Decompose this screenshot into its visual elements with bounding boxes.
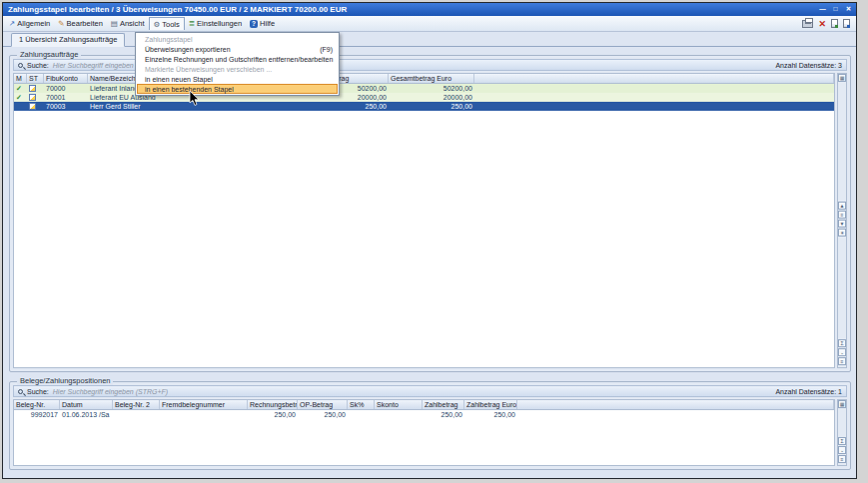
column-header-sk[interactable]: Sk%	[348, 400, 375, 409]
column-header-gesamtbetrag-euro[interactable]: Gesamtbetrag Euro	[389, 74, 474, 83]
help-icon: ?	[250, 20, 258, 28]
menu-einstellungen-label: Einstellungen	[197, 17, 242, 30]
column-header-zahlbetrag[interactable]: Zahlbetrag	[423, 400, 464, 409]
marked-check-icon	[14, 102, 27, 111]
gesamtbetrag-euro-cell: 50200,00	[389, 84, 474, 93]
gesamtbetrag-euro-cell: 250,00	[389, 102, 474, 111]
transfer-type-icon	[29, 94, 36, 101]
column-header-fibukonto[interactable]: FibuKonto	[44, 74, 88, 83]
search-row-icon[interactable]: ⌄	[838, 348, 846, 356]
delete-icon[interactable]: ✕	[818, 19, 826, 29]
menu-item-zahlungsstapel: Zahlungsstapel	[137, 34, 338, 44]
column-chooser-icon[interactable]: ▦	[838, 74, 846, 82]
fremdbelegnummer-cell	[160, 410, 248, 419]
orders-table: M ST FibuKonto Name/Bezeichnung Gesamtbe…	[13, 73, 835, 368]
options-icon[interactable]: ≡	[838, 357, 846, 365]
fibukonto-cell: 70003	[44, 102, 88, 111]
tools-icon: ⚙	[154, 18, 161, 31]
sk-cell	[348, 410, 375, 419]
positions-table-header: Beleg-Nr. Datum Beleg-Nr. 2 Fremdbelegnu…	[14, 400, 834, 410]
allgemein-icon: ↗	[9, 17, 15, 30]
scroll-thumb-icon[interactable]: ≡	[838, 211, 846, 219]
transfer-type-icon	[29, 85, 36, 92]
menu-tools-label: Tools	[162, 18, 180, 31]
column-header-op-betrag[interactable]: OP-Betrag	[298, 400, 348, 409]
tools-dropdown-menu: Zahlungsstapel Überweisungen exportieren…	[135, 32, 340, 96]
menu-allgemein[interactable]: ↗ Allgemein	[5, 17, 54, 30]
menu-hilfe-label: Hilfe	[260, 17, 275, 30]
scroll-down-icon[interactable]: ▼	[838, 220, 846, 228]
column-header-filler	[474, 74, 834, 83]
app-window: Zahlungsstapel bearbeiten / 3 Überweisun…	[2, 2, 857, 479]
shortcut-f9: (F9)	[312, 45, 333, 53]
position-row-1[interactable]: 9992017 01.06.2013 /Sa 250,00 250,00 250…	[14, 410, 834, 419]
positions-search-label: Suche:	[27, 388, 49, 395]
orders-group: Zahlungsaufträge Suche: Hier Suchbegriff…	[9, 55, 851, 372]
op-betrag-cell: 250,00	[298, 410, 348, 419]
view-icon: ▤	[111, 17, 118, 30]
menu-bearbeiten-label: Bearbeiten	[67, 17, 103, 30]
maximize-button[interactable]: □	[830, 4, 841, 14]
rechnungsbetrag-cell: 250,00	[248, 410, 298, 419]
export-document-icon[interactable]	[831, 19, 838, 28]
menu-ansicht-label: Ansicht	[120, 17, 145, 30]
gesamtbetrag-euro-cell: 20000,00	[389, 93, 474, 102]
search-icon	[18, 63, 23, 68]
menu-item-markierte-verschieben: Markierte Überweisungen verschieben ...	[137, 64, 338, 74]
menu-item-bestehender-stapel[interactable]: in einen bestehenden Stapel	[137, 84, 338, 94]
positions-table: Beleg-Nr. Datum Beleg-Nr. 2 Fremdbelegnu…	[13, 399, 835, 466]
filter-row-icon[interactable]: ∗	[838, 229, 846, 237]
menu-bearbeiten[interactable]: ✎ Bearbeiten	[54, 17, 107, 30]
window-title: Zahlungsstapel bearbeiten / 3 Überweisun…	[8, 5, 347, 14]
orders-search-label: Suche:	[27, 62, 49, 69]
scroll-up-icon[interactable]: ▲	[838, 202, 846, 210]
column-header-beleg-nr[interactable]: Beleg-Nr.	[14, 400, 60, 409]
edit-icon: ✎	[58, 17, 64, 30]
menu-tools[interactable]: ⚙ Tools	[149, 17, 185, 30]
menu-item-einzelne-rechnungen[interactable]: Einzelne Rechnungen und Gutschriften ent…	[137, 54, 338, 64]
column-header-beleg-nr-2[interactable]: Beleg-Nr. 2	[113, 400, 160, 409]
column-header-datum[interactable]: Datum	[60, 400, 113, 409]
menu-hilfe[interactable]: ? Hilfe	[246, 17, 279, 30]
tab-uebersicht-zahlungsauftraege[interactable]: 1 Übersicht Zahlungsaufträge	[11, 33, 125, 47]
gesamtbetrag-cell: 250,00	[303, 102, 389, 111]
column-header-rechnungsbetrag[interactable]: Rechnungsbetrag	[248, 400, 298, 409]
column-chooser-icon[interactable]: ▦	[838, 400, 846, 408]
order-row-3-selected[interactable]: 70003 Herr Gerd Stiller 250,00 250,00	[14, 102, 834, 111]
options-icon[interactable]: ≡	[838, 455, 846, 463]
tab-strip: 1 Übersicht Zahlungsaufträge	[3, 33, 856, 47]
document-icon[interactable]	[843, 19, 850, 28]
positions-record-count: Anzahl Datensätze: 1	[775, 388, 842, 395]
sum-row-icon[interactable]: Σ	[838, 437, 846, 445]
minimize-button[interactable]: —	[817, 4, 828, 14]
column-header-m[interactable]: M	[14, 74, 27, 83]
printer-icon[interactable]	[802, 20, 813, 28]
menu-allgemein-label: Allgemein	[17, 17, 50, 30]
skonto-cell	[375, 410, 423, 419]
beleg-nr-cell: 9992017	[14, 410, 60, 419]
fibukonto-cell: 70000	[44, 84, 88, 93]
marked-check-icon: ✓	[14, 93, 27, 102]
menu-item-neuer-stapel[interactable]: in einen neuen Stapel	[137, 74, 338, 84]
search-row-icon[interactable]: ⌄	[838, 446, 846, 454]
positions-search-bar: Suche: Hier Suchbegriff eingeben (STRG+F…	[13, 385, 847, 397]
positions-search-input[interactable]: Hier Suchbegriff eingeben (STRG+F)	[53, 388, 168, 395]
column-header-zahlbetrag-euro[interactable]: Zahlbetrag Euro	[464, 400, 517, 409]
menu-item-ueberweisungen-exportieren[interactable]: Überweisungen exportieren (F9)	[137, 44, 338, 54]
sum-row-icon[interactable]: Σ	[838, 339, 846, 347]
titlebar: Zahlungsstapel bearbeiten / 3 Überweisun…	[3, 3, 856, 16]
column-header-skonto[interactable]: Skonto	[375, 400, 423, 409]
column-header-st[interactable]: ST	[27, 74, 44, 83]
column-header-filler	[517, 400, 834, 409]
menu-ansicht[interactable]: ▤ Ansicht	[107, 17, 149, 30]
beleg-nr-2-cell	[113, 410, 160, 419]
mouse-cursor	[189, 91, 200, 111]
column-header-fremdbelegnummer[interactable]: Fremdbelegnummer	[160, 400, 248, 409]
close-button[interactable]: ✕	[843, 4, 854, 14]
datum-cell: 01.06.2013 /Sa	[60, 410, 113, 419]
zahlbetrag-cell: 250,00	[423, 410, 464, 419]
menubar: ↗ Allgemein ✎ Bearbeiten ▤ Ansicht ⚙ Too…	[3, 16, 856, 32]
zahlbetrag-euro-cell: 250,00	[464, 410, 517, 419]
marked-check-icon: ✓	[14, 84, 27, 93]
menu-einstellungen[interactable]: ≣ Einstellungen	[185, 17, 246, 30]
